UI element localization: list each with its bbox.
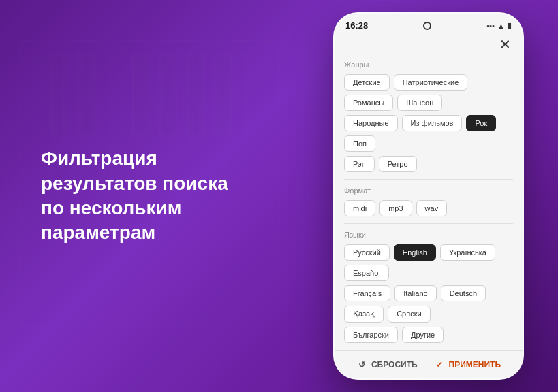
genres-row-2: Народные Из фильмов Рок Поп — [344, 115, 513, 152]
tag-романсы[interactable]: Романсы — [344, 95, 393, 111]
genres-row-3: Рэп Ретро — [344, 156, 513, 172]
apply-label: ПРИМЕНИТЬ — [449, 360, 501, 370]
languages-row-1: Русский English Українська Español — [344, 244, 513, 281]
modal-footer: ↺ СБРОСИТЬ ✓ ПРИМЕНИТЬ — [335, 350, 523, 378]
reset-button[interactable]: ↺ СБРОСИТЬ — [356, 359, 418, 370]
tag-народные[interactable]: Народные — [344, 115, 398, 131]
status-time: 16:28 — [345, 20, 368, 31]
left-section: Фильтрация результатов поиска по несколь… — [0, 119, 333, 273]
tag-deutsch[interactable]: Deutsch — [441, 285, 486, 301]
battery-icon: ▮ — [508, 21, 512, 30]
tag-kazakh[interactable]: Қазақ — [344, 306, 384, 323]
languages-row-2: Français Italiano Deutsch Қазақ Српски — [344, 285, 513, 323]
tag-midi[interactable]: midi — [344, 200, 375, 216]
tag-ретро[interactable]: Ретро — [379, 156, 417, 172]
tag-espanol[interactable]: Español — [344, 265, 389, 281]
tag-шансон[interactable]: Шансон — [397, 95, 442, 111]
tag-детские[interactable]: Детские — [344, 74, 390, 91]
modal-content: Жанры Детские Патриотические Романсы Шан… — [335, 58, 523, 350]
tag-рэп[interactable]: Рэп — [344, 156, 375, 172]
modal-header: ✕ — [335, 33, 523, 58]
tag-srpski[interactable]: Српски — [388, 306, 430, 323]
phone-mockup: 16:28 ▪▪▪ ▲ ▮ ✕ Жанры Детские Патриотиче… — [333, 12, 524, 380]
close-button[interactable]: ✕ — [497, 36, 513, 52]
format-row: midi mp3 wav — [344, 200, 513, 216]
tag-рок[interactable]: Рок — [466, 115, 496, 131]
reset-icon: ↺ — [356, 359, 367, 370]
divider-2 — [344, 223, 513, 224]
tag-english[interactable]: English — [394, 244, 436, 261]
tag-патриотические[interactable]: Патриотические — [394, 74, 468, 91]
apply-icon: ✓ — [434, 359, 445, 370]
camera-notch — [423, 22, 431, 30]
format-label: Формат — [344, 186, 513, 195]
tag-поп[interactable]: Поп — [344, 135, 375, 152]
reset-label: СБРОСИТЬ — [371, 360, 418, 370]
genres-row-1: Детские Патриотические Романсы Шансон — [344, 74, 513, 111]
divider-1 — [344, 179, 513, 180]
languages-row-3: Български Другие — [344, 327, 513, 343]
genres-label: Жанры — [344, 61, 513, 69]
signal-icon: ▪▪▪ — [486, 22, 495, 30]
tag-wav[interactable]: wav — [416, 200, 448, 216]
tag-italiano[interactable]: Italiano — [394, 285, 436, 301]
wifi-icon: ▲ — [497, 22, 505, 30]
tag-francais[interactable]: Français — [344, 285, 390, 301]
tag-из-фильмов[interactable]: Из фильмов — [402, 115, 463, 131]
apply-button[interactable]: ✓ ПРИМЕНИТЬ — [434, 359, 501, 370]
languages-label: Языки — [344, 231, 513, 239]
tag-drugie[interactable]: Другие — [402, 327, 444, 343]
tag-bulgarski[interactable]: Български — [344, 327, 398, 343]
status-icons: ▪▪▪ ▲ ▮ — [486, 21, 512, 30]
tag-русский[interactable]: Русский — [344, 244, 390, 261]
page-heading: Фильтрация результатов поиска по несколь… — [41, 146, 232, 246]
tag-украинська[interactable]: Українська — [440, 244, 495, 261]
tag-mp3[interactable]: mp3 — [379, 200, 412, 216]
status-bar: 16:28 ▪▪▪ ▲ ▮ — [335, 14, 523, 33]
phone-frame: 16:28 ▪▪▪ ▲ ▮ ✕ Жанры Детские Патриотиче… — [333, 12, 524, 380]
